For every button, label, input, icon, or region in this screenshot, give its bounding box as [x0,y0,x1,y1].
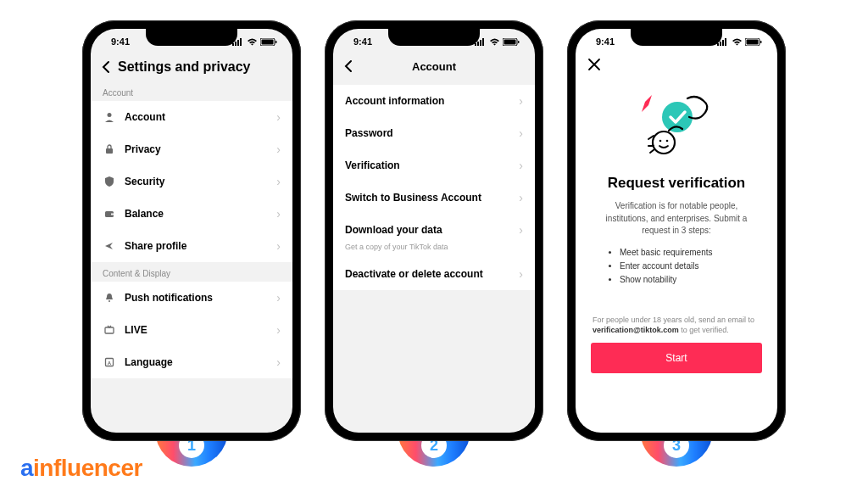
row-live[interactable]: LIVE › [91,314,292,346]
list-account: Account › Privacy › Security › [91,101,292,262]
chevron-right-icon: › [519,223,523,237]
svg-rect-20 [504,39,516,44]
step-item: Meet basic requirements [620,246,745,260]
status-time: 9:41 [347,36,372,47]
header-account: Account [333,54,535,80]
close-icon[interactable] [576,54,777,71]
share-icon [103,239,116,253]
row-label: Password [345,127,519,139]
section-label-content: Content & Display [91,262,292,282]
svg-point-7 [108,113,112,117]
battery-icon [745,38,762,46]
svg-rect-1 [235,42,236,46]
row-switch-business[interactable]: Switch to Business Account › [333,182,535,214]
svg-point-32 [666,140,669,143]
globe-icon: A [103,355,116,369]
row-label: Push notifications [125,292,276,304]
back-icon[interactable] [343,59,360,73]
row-label: Account information [345,95,519,107]
shield-icon [103,175,116,188]
back-icon[interactable] [101,60,118,74]
row-share-profile[interactable]: Share profile › [91,230,292,262]
chevron-right-icon: › [276,207,281,221]
svg-rect-12 [105,327,114,333]
row-push-notifications[interactable]: Push notifications › [91,282,292,314]
wifi-icon [247,38,258,46]
step-item: Show notability [620,273,745,287]
svg-rect-16 [477,42,479,46]
lock-icon [103,143,116,156]
row-label: Account [125,111,276,123]
svg-point-30 [653,131,675,154]
row-privacy[interactable]: Privacy › [91,133,292,165]
start-button[interactable]: Start [591,343,762,373]
row-password[interactable]: Password › [333,117,535,149]
chevron-right-icon: › [276,323,281,337]
brand-logo: ainfluencer [20,455,142,482]
svg-rect-5 [262,39,274,44]
notch [146,27,237,46]
row-deactivate[interactable]: Deactivate or delete account › [333,258,535,290]
age-note-email: verification@tiktok.com [593,326,679,334]
svg-rect-6 [275,41,277,43]
chevron-right-icon: › [519,94,523,108]
brand-a: a [20,455,33,481]
phone-3-wrap: 9:41 [567,20,786,441]
screen-verification: 9:41 [576,29,777,433]
svg-rect-3 [240,38,242,46]
chevron-right-icon: › [276,291,281,305]
chevron-right-icon: › [276,175,281,188]
row-label: Share profile [125,240,276,252]
screen-account: 9:41 Account Account information [333,29,535,433]
chevron-right-icon: › [276,143,281,156]
verification-description: Verification is for notable people, inst… [576,200,777,246]
verification-steps: Meet basic requirements Enter account de… [576,246,777,287]
row-label: Balance [125,208,276,220]
row-label: Verification [345,159,519,171]
chevron-right-icon: › [276,110,281,124]
svg-rect-25 [725,38,726,46]
svg-rect-24 [722,40,724,46]
row-label: Switch to Business Account [345,192,519,204]
battery-icon [260,38,277,46]
svg-rect-27 [747,39,759,44]
section-label-account: Account [91,81,292,101]
status-icons [475,38,521,46]
chevron-right-icon: › [519,126,523,140]
page-title: Settings and privacy [118,59,251,75]
verification-title: Request verification [576,166,777,200]
row-account-information[interactable]: Account information › [333,85,535,117]
chevron-right-icon: › [276,239,281,253]
screen-settings: 9:41 Settings and privacy Account [91,29,292,433]
row-label: Deactivate or delete account [345,268,519,280]
age-note-text: For people under 18 years old, send an e… [593,316,754,324]
row-label: LIVE [125,324,276,336]
wifi-icon [489,38,500,46]
person-icon [103,110,116,124]
step-item: Enter account details [620,260,745,273]
row-language[interactable]: A Language › [91,346,292,378]
status-icons [232,38,279,46]
svg-rect-8 [106,148,113,154]
phone-2-wrap: 9:41 Account Account information [325,20,543,441]
svg-rect-28 [760,41,762,43]
row-balance[interactable]: Balance › [91,198,292,230]
row-subtext: Get a copy of your TikTok data [333,243,535,258]
chevron-right-icon: › [519,159,523,172]
row-verification[interactable]: Verification › [333,149,535,182]
list-account-menu: Account information › Password › Verific… [333,85,535,290]
row-download-data[interactable]: Download your data › [333,214,535,246]
phone-2: 9:41 Account Account information [325,20,543,441]
svg-rect-21 [518,41,520,43]
row-account[interactable]: Account › [91,101,292,133]
wifi-icon [732,38,743,46]
svg-rect-23 [720,42,721,46]
tv-icon [103,323,116,337]
age-note-suffix: to get verified. [679,326,729,334]
status-time: 9:41 [104,36,130,47]
status-icons [717,38,764,46]
phone-row: 9:41 Settings and privacy Account [0,0,868,441]
row-security[interactable]: Security › [91,165,292,198]
notch [631,27,722,46]
svg-rect-10 [111,214,114,215]
